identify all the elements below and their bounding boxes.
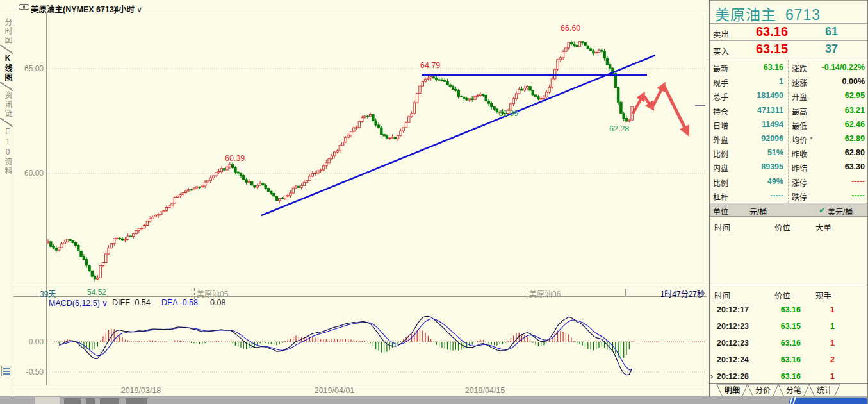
current-row-marker: › [710,372,713,381]
chevron-down-icon[interactable]: ∨ [136,5,142,14]
detail-tab-label[interactable]: 分价 [755,386,771,395]
bid-row[interactable]: 买入 63.15 37 [710,41,868,58]
macd-indicator-selector[interactable]: MACD(6,12,5)∨ [49,298,108,308]
symbol-title: 美原油主(NYMEX 6713) [31,3,117,15]
quote-row: 持仓471311 [710,103,787,117]
unit-cny[interactable]: 元/桶 [749,206,767,217]
quote-label: 比例 [713,148,728,159]
quote-label: 最低 [792,120,807,131]
quote-value: 63.16 [764,63,783,72]
quote-value: ----- [851,191,865,200]
quote-value: -0.14/0.22% [822,63,865,72]
tick-row[interactable]: 20:12:2363.161 [710,335,868,352]
ask-row[interactable]: 卖出 63.16 61 [710,24,868,40]
tick-row[interactable]: 20:12:2363.151 [710,319,868,335]
tick-time: 20:12:23 [717,339,749,348]
macd-lines [59,316,632,375]
tick-qty: 2 [806,355,835,364]
macd-y-tick-neg05: -0.50 [14,367,44,376]
quote-row: 总手181490 [710,88,787,103]
quote-label: 现手 [713,77,728,88]
unit-label: 单位 [713,206,728,217]
ask-qty: 61 [812,25,851,38]
days-count: 39天 [40,288,56,299]
tick-row[interactable]: 20:12:1763.161 [710,302,868,319]
quote-value: ----- [851,177,865,186]
period-label[interactable]: 4小时 [114,5,135,14]
clipped-taskbar-text [126,398,147,404]
tick-time: 20:12:23 [717,322,749,331]
ask-price: 63.16 [743,24,801,39]
contract-marker-05: 美原油05 [194,288,228,299]
x-date-2: 2019/04/01 [315,386,355,395]
quote-value: 1 [779,77,783,86]
quote-label: 跌停 [792,191,807,202]
quote-row: 比例49% [710,174,787,189]
chevron-down-icon: ∨ [102,299,108,308]
quote-row: 均价▾62.89 [789,131,868,146]
quote-value: 62.46 [845,120,865,129]
quote-label: 速涨 [792,77,807,88]
x-date-3: 2019/04/15 [465,386,505,395]
tick-price: 63.16 [756,305,801,314]
quote-row: 内盘89395 [710,160,787,174]
contract-marker-06: 美原油06 [527,288,561,299]
sidebar-tab-f10[interactable]: F10资料 [0,127,13,176]
quote-value: 62.89 [845,134,865,143]
quote-title: 美原油主6713 [715,3,821,24]
tab-separator [0,118,13,127]
label-swing-high: 60.39 [225,154,245,163]
unit-row[interactable]: 单位 元/桶 ✔ 美元/桶 [710,203,868,217]
sidebar-tab-news[interactable]: 资讯链 [0,91,13,118]
floating-notification[interactable] [789,398,868,404]
left-tab-strip: 分时图 K线图 资讯链 F10资料 [0,13,13,396]
chevron-down-icon[interactable]: ▾ [810,134,813,141]
quote-label: 外盘 [713,134,728,145]
macd-histogram [59,329,632,359]
quote-value: 11494 [762,120,783,129]
quote-label: 比例 [713,177,728,188]
quote-row: 跌停----- [789,189,868,203]
link-icon[interactable] [19,4,30,11]
list-icon[interactable] [1,366,12,376]
y-tick-65: 65.00 [14,64,44,73]
detail-tab-label[interactable]: 明细 [725,385,740,395]
macd-bar-value: 0.08 [210,298,225,307]
unit-usd[interactable]: 美元/桶 [828,206,853,217]
axis-spine [46,13,47,385]
detail-tab-label[interactable]: 分笔 [786,385,801,395]
tick-list[interactable]: 20:12:1763.16120:12:2363.15120:12:2363.1… [710,302,868,385]
check-icon: ✔ [819,206,825,215]
tab-separator [0,45,13,54]
quote-row: 涨停----- [789,174,868,189]
tick-price: 63.15 [756,322,801,331]
detail-tab-label[interactable]: 统计 [817,386,832,395]
clipped-taskbar-text [100,398,119,404]
quote-label: 持仓 [713,106,728,117]
stats-column-right: 涨跌-0.14/0.22%速涨0.00%开盘62.95最高63.21最低62.4… [788,60,868,203]
quote-value: 63.21 [845,106,865,115]
quote-value: 0.00% [842,77,865,86]
tick-price: 63.16 [756,372,801,381]
quote-label: 杠杆 [713,191,728,202]
kline-chart-canvas[interactable] [0,0,709,404]
quote-row: 比例51% [710,146,787,160]
quote-row: 外盘92096 [710,131,787,146]
quote-row: 昨结63.30 [789,160,868,174]
quote-value: 92096 [761,134,783,143]
clipped-taskbar-text [86,398,95,404]
bid-price: 63.15 [743,42,801,56]
sidebar-tab-timeline[interactable]: 分时图 [0,18,13,45]
macd-topline [13,296,707,297]
sidebar-tab-kline[interactable]: K线图 [0,54,13,82]
period-selector[interactable]: 4小时∨ [114,3,142,15]
tick-row[interactable]: 20:12:2463.162 [710,352,868,369]
quote-value: 89395 [761,162,783,171]
quote-value: ----- [770,191,783,200]
quote-label: 均价 [792,134,807,145]
quote-value: 63.30 [845,162,865,171]
ask-label: 卖出 [713,28,729,40]
quote-row: 最低62.46 [789,117,868,131]
clipped-taskbar-text [64,398,81,404]
instrument-name: 美原油主 [715,6,776,23]
